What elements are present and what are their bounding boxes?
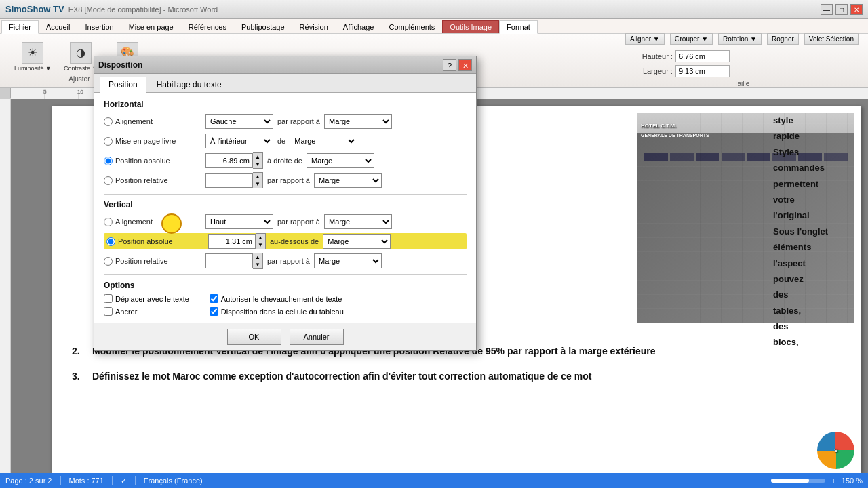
volet-selection-btn[interactable]: Volet Sélection <box>804 33 859 45</box>
tab-fichier[interactable]: Fichier <box>1 20 39 34</box>
alignement-v-radio[interactable] <box>104 218 113 226</box>
minimize-button[interactable]: — <box>821 4 833 15</box>
position-relative-h-radio[interactable] <box>104 176 113 185</box>
ancrer-checkbox[interactable] <box>104 307 113 316</box>
position-absolue-h-input[interactable] <box>205 153 253 168</box>
zoom-slider-fill <box>771 479 809 483</box>
par-rapport-h1: par rapport à <box>277 117 320 125</box>
alignement-h-label: Alignement <box>115 117 153 125</box>
options-col-right: Autoriser le chevauchement de texte Disp… <box>210 294 344 316</box>
horizontal-section-title: Horizontal <box>104 100 467 109</box>
a-droite-de-label: à droite de <box>267 157 302 165</box>
alignement-h-radio[interactable] <box>104 117 113 126</box>
contraste-icon: ◑ <box>70 42 92 64</box>
dialog-close-btn[interactable]: ✕ <box>458 59 472 71</box>
alignement-h-radio-label: Alignement <box>104 117 205 126</box>
position-relative-h-input[interactable] <box>205 173 253 188</box>
close-window-button[interactable]: ✕ <box>850 4 863 15</box>
options-col-left: Déplacer avec le texte Ancrer <box>104 294 189 316</box>
luminosite-btn[interactable]: ☀ Luminosité ▼ <box>9 40 56 74</box>
alignement-h-row: Alignement Gauche par rapport à Marge <box>104 113 467 129</box>
autoriser-chevauchement-checkbox[interactable] <box>210 294 218 303</box>
deplacer-texte-checkbox[interactable] <box>104 294 113 303</box>
alignement-v-ref-select[interactable]: Marge <box>324 214 392 229</box>
tab-mise-en-page[interactable]: Mise en page <box>121 20 181 33</box>
alignement-v-select[interactable]: Haut <box>205 214 273 229</box>
luminosite-icon: ☀ <box>22 42 43 64</box>
tab-affichage[interactable]: Affichage <box>336 20 382 33</box>
dialog-footer: OK Annuler <box>94 323 476 350</box>
rogner-btn[interactable]: Rogner <box>767 33 799 45</box>
position-relative-v-ref-select[interactable]: Marge <box>314 253 382 268</box>
spin-up-h2[interactable]: ▲ <box>253 173 262 180</box>
watermark-text: S <box>834 448 837 453</box>
tab-position[interactable]: Position <box>100 77 146 93</box>
tab-accueil[interactable]: Accueil <box>39 20 77 33</box>
mise-en-page-radio[interactable] <box>104 137 113 146</box>
tab-format[interactable]: Format <box>499 20 538 34</box>
watermark-logo: S <box>817 432 854 469</box>
position-absolue-h-ref-select[interactable]: Marge <box>307 153 374 168</box>
mise-en-page-ref-select[interactable]: Marge <box>290 134 357 148</box>
tab-publipostage[interactable]: Publipostage <box>234 20 292 33</box>
position-relative-v-input[interactable] <box>205 253 253 268</box>
document-text-right: style rapide Styles commandes permettent… <box>773 113 854 350</box>
zoom-in-btn[interactable]: + <box>831 476 836 486</box>
ajuster-label: Ajuster <box>68 75 90 83</box>
svg-text:5: 5 <box>43 89 47 95</box>
separator-2 <box>104 274 467 275</box>
text-votre: votre <box>773 192 854 207</box>
tab-complements[interactable]: Compléments <box>381 20 442 33</box>
position-relative-v-radio[interactable] <box>104 257 113 266</box>
annuler-button[interactable]: Annuler <box>290 329 344 345</box>
position-absolue-v-spinbtns: ▲ ▼ <box>256 233 266 249</box>
maximize-button[interactable]: □ <box>835 4 848 15</box>
tab-insertion[interactable]: Insertion <box>77 20 121 33</box>
par-rapport-v2: par rapport à <box>267 257 310 265</box>
alignement-h-select[interactable]: Gauche <box>205 114 273 129</box>
spin-up-h[interactable]: ▲ <box>253 153 262 161</box>
spin-up-v2[interactable]: ▲ <box>253 253 262 261</box>
position-absolue-h-label: Position absolue <box>115 157 170 165</box>
spin-down-v2[interactable]: ▼ <box>253 261 262 268</box>
disposition-cellule-checkbox[interactable] <box>210 307 218 316</box>
spin-down-v[interactable]: ▼ <box>256 241 265 249</box>
hauteur-input[interactable] <box>675 50 730 62</box>
ok-button[interactable]: OK <box>227 329 281 345</box>
ribbon-right: Aligner ▼ Grouper ▼ Rotation ▼ Rogner Vo… <box>620 37 864 84</box>
zoom-slider[interactable] <box>771 479 825 483</box>
position-absolue-v-radio[interactable] <box>106 237 115 246</box>
dialog-controls: ? ✕ <box>443 59 472 71</box>
largeur-input[interactable] <box>675 65 730 77</box>
ribbon-tabs: Fichier Accueil Insertion Mise en page R… <box>0 19 868 34</box>
spin-up-v[interactable]: ▲ <box>256 234 265 241</box>
spin-down-h[interactable]: ▼ <box>253 161 262 168</box>
position-relative-v-spinbtns: ▲ ▼ <box>253 253 263 269</box>
tab-outils-image[interactable]: Outils Image <box>442 20 499 33</box>
largeur-label: Largeur : <box>625 67 673 75</box>
position-relative-h-ref-select[interactable]: Marge <box>314 173 382 188</box>
title-text: EX8 [Mode de compatibilité] - Microsoft … <box>68 5 218 14</box>
position-absolue-h-spinbtns: ▲ ▼ <box>253 152 263 169</box>
position-absolue-h-row: Position absolue ▲ ▼ à droite de Marge <box>104 152 467 169</box>
mise-en-page-select[interactable]: À l'intérieur <box>205 134 273 148</box>
status-sep2 <box>112 476 113 485</box>
position-absolue-v-ref-select[interactable]: Marge <box>323 234 391 249</box>
status-spell: ✓ <box>121 476 127 485</box>
position-absolue-v-input[interactable] <box>208 234 256 249</box>
zoom-out-btn[interactable]: − <box>761 476 766 486</box>
aligner-btn[interactable]: Aligner ▼ <box>625 33 665 45</box>
tab-references[interactable]: Références <box>181 20 234 33</box>
status-bar: Page : 2 sur 2 Mots : 771 ✓ Français (Fr… <box>0 473 868 488</box>
grouper-btn[interactable]: Grouper ▼ <box>670 33 713 45</box>
dialog-disposition: Disposition ? ✕ Position Habillage du te… <box>94 56 477 351</box>
tab-revision[interactable]: Révision <box>292 20 336 33</box>
alignement-h-ref-select[interactable]: Marge <box>324 114 392 129</box>
position-absolue-h-radio[interactable] <box>104 157 113 165</box>
par-rapport-h2: par rapport à <box>267 176 310 184</box>
spin-down-h2[interactable]: ▼ <box>253 180 262 188</box>
rotation-btn[interactable]: Rotation ▼ <box>718 33 762 45</box>
tab-habillage[interactable]: Habillage du texte <box>148 77 231 92</box>
dialog-help-btn[interactable]: ? <box>443 59 456 71</box>
options-section-title: Options <box>104 281 467 290</box>
